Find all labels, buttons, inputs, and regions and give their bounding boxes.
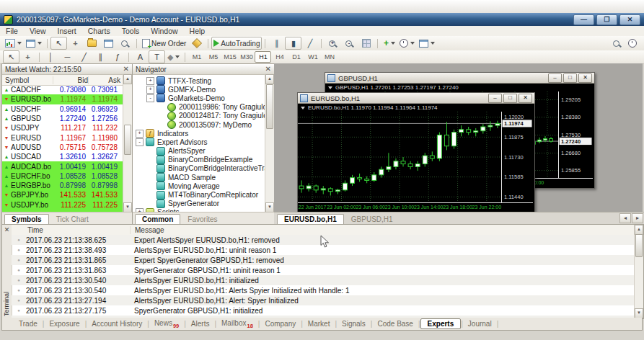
tree-item-binarycombridgeinteractivetrade[interactable]: BinaryComBridgeInteractiveTrade — [133, 164, 265, 173]
tree-item-gomarkets-demo[interactable]: -GoMarkets-Demo — [133, 94, 265, 102]
market-watch-row-usdjpy[interactable]: ▼USDJPY111.217111.232 — [2, 123, 123, 133]
market-watch-row-usdchf[interactable]: ▲USDCHF0.969140.96929 — [2, 104, 123, 114]
tab-scroll-left-icon[interactable]: ◂ — [619, 213, 631, 223]
scroll-thumb[interactable] — [124, 125, 131, 155]
trendline-tool[interactable]: ╱ — [76, 50, 92, 63]
tab-scroll-right-icon[interactable]: ▸ — [632, 213, 643, 223]
tree-item-ttfx-testing[interactable]: +TTFX-Testing — [133, 76, 265, 85]
chart-window-titlebar[interactable]: EURUSD.bo,H1 – □ ✕ — [298, 93, 534, 104]
indicators-menu-button[interactable]: + — [381, 37, 397, 50]
expand-icon[interactable]: + — [146, 77, 154, 85]
terminal-tab-experts[interactable]: Experts — [420, 318, 462, 329]
horizontal-line-tool[interactable]: ─ — [59, 50, 76, 63]
tab-tick-chart[interactable]: Tick Chart — [49, 214, 96, 225]
tab-common[interactable]: Common — [135, 214, 180, 225]
tree-item-2000135097-mydemo[interactable]: 2000135097: MyDemo — [133, 120, 265, 129]
tree-item-binarycombridgeexample[interactable]: BinaryComBridgeExample — [133, 156, 265, 164]
templates-menu-button[interactable] — [417, 37, 437, 50]
timeframe-m15[interactable]: M15 — [221, 51, 238, 63]
minimize-button[interactable]: – — [488, 94, 502, 103]
timeframe-m30[interactable]: M30 — [238, 51, 255, 63]
terminal-tab-signals[interactable]: Signals — [337, 320, 371, 328]
terminal-tab-market[interactable]: Market — [303, 320, 335, 328]
scroll-down-icon[interactable]: ▼ — [123, 202, 132, 212]
tile-windows-button[interactable] — [358, 37, 374, 50]
expand-icon[interactable]: + — [136, 130, 144, 138]
chart-window-titlebar[interactable]: GBPUSD,H1 – □ ✕ — [325, 73, 594, 84]
navigator-scrollbar[interactable]: ▲ ▼ — [265, 74, 274, 212]
scroll-thumb[interactable] — [266, 84, 273, 129]
menu-charts[interactable]: Charts — [88, 27, 110, 35]
periods-menu-button[interactable] — [397, 37, 417, 50]
collapse-icon[interactable]: - — [146, 94, 154, 102]
menu-view[interactable]: View — [30, 27, 46, 35]
maximize-button[interactable]: □ — [563, 73, 577, 83]
text-tool[interactable]: A — [132, 50, 149, 63]
market-watch-scrollbar[interactable]: ▲ ▼ — [123, 74, 132, 212]
market-watch-row-audusd[interactable]: ▼AUDUSD0.757150.75728 — [2, 143, 123, 152]
timeframe-m1[interactable]: M1 — [188, 51, 205, 63]
crosshair-button[interactable]: + — [19, 50, 36, 63]
close-button[interactable]: ✕ — [578, 73, 592, 83]
maximize-button[interactable]: □ — [503, 94, 517, 103]
autotrading-button[interactable]: AutoTrading — [211, 37, 262, 50]
new-window-button[interactable] — [100, 37, 117, 50]
timeframe-m5[interactable]: M5 — [205, 51, 221, 63]
zoom-in-button[interactable]: + — [325, 37, 341, 50]
column-message[interactable]: Message — [131, 226, 164, 234]
menu-file[interactable]: File — [6, 27, 18, 35]
close-icon[interactable]: ✕ — [265, 66, 271, 73]
label-tool[interactable]: T — [149, 50, 165, 63]
terminal-tab-mailbox[interactable]: Mailbox18 — [216, 319, 258, 329]
close-icon[interactable]: ✕ — [2, 226, 12, 233]
expand-icon[interactable]: + — [146, 86, 154, 94]
market-watch-row-cadchf[interactable]: ▲CADCHF0.730800.73091 — [2, 85, 123, 94]
crosshair-tool-button[interactable]: + — [67, 37, 84, 50]
timeframe-h4[interactable]: H4 — [271, 51, 288, 63]
terminal-tab-trade[interactable]: Trade — [14, 320, 43, 328]
tree-item-2000124817-tony-gragiulo-target[interactable]: 2000124817: Tony Gragiulo Target — [133, 112, 265, 120]
close-icon[interactable]: ✕ — [123, 66, 129, 73]
scroll-up-icon[interactable]: ▲ — [635, 225, 643, 235]
new-chart-button[interactable] — [3, 37, 24, 50]
terminal-tab-journal[interactable]: Journal — [463, 320, 497, 328]
terminal-tab-news[interactable]: News99 — [149, 319, 184, 329]
shapes-menu-button[interactable]: ◆ — [165, 50, 182, 63]
tree-item-mt4tobinarycomreplicator[interactable]: MT4ToBinaryComReplicator — [133, 190, 265, 199]
terminal-tab-exposure[interactable]: Exposure — [44, 320, 84, 328]
zoom-out-button[interactable]: - — [341, 37, 358, 50]
minimize-button[interactable]: — — [573, 14, 594, 25]
open-data-folder-button[interactable] — [84, 37, 100, 50]
market-watch-row-usdcad[interactable]: ▲USDCAD1.326101.32627 — [2, 152, 123, 161]
scroll-down-icon[interactable]: ▼ — [635, 308, 643, 318]
market-watch-row-eurusd.bo[interactable]: ▼EURUSD.bo1.119741.11974 — [2, 94, 123, 104]
restore-button[interactable]: ❐ — [596, 14, 617, 25]
column-time[interactable]: Time — [12, 226, 131, 234]
timeframe-d1[interactable]: D1 — [288, 51, 304, 63]
tab-symbols[interactable]: Symbols — [4, 214, 49, 225]
terminal-tab-account-history[interactable]: Account History — [87, 320, 147, 328]
market-watch-row-eurchf.bo[interactable]: ▲EURCHF.bo1.085281.08528 — [2, 171, 123, 181]
market-watch-row-gbpjpy.bo[interactable]: ▼GBPJPY.bo141.533141.533 — [2, 190, 123, 200]
menu-tools[interactable]: Tools — [122, 27, 140, 35]
chart-zoom-preview-button[interactable] — [117, 37, 133, 50]
market-watch-row-eurgbp.bo[interactable]: ▲EURGBP.bo0.879980.87998 — [2, 181, 123, 190]
terminal-tab-company[interactable]: Company — [260, 320, 301, 328]
column-bid[interactable]: Bid — [53, 76, 88, 84]
minimize-button[interactable]: – — [548, 73, 562, 83]
new-order-button[interactable]: New Order — [140, 37, 188, 50]
search-icon[interactable] — [613, 40, 619, 47]
fibonacci-tool[interactable]: ƒ — [109, 50, 125, 63]
menu-window[interactable]: Window — [151, 27, 177, 35]
tree-item-expert-advisors[interactable]: -Expert Advisors — [133, 138, 265, 146]
menu-help[interactable]: Help — [190, 27, 206, 35]
tree-item-spyergenerator[interactable]: SpyerGenerator — [133, 200, 265, 208]
channel-tool[interactable]: ∥ — [92, 50, 109, 63]
market-watch-titlebar[interactable]: Market Watch: 22:15:50 ✕ — [2, 64, 132, 75]
terminal-scrollbar[interactable]: ▲ ▼ — [634, 225, 643, 318]
collapse-icon[interactable]: - — [136, 138, 144, 146]
market-watch-row-gbpusd[interactable]: ▲GBPUSD1.272401.27256 — [2, 114, 123, 123]
tree-item-2000119986-tony-gragiulo[interactable]: 2000119986: Tony Gragiulo — [133, 103, 265, 112]
candle-chart-mode-button[interactable]: ▮ — [285, 37, 301, 50]
column-symbol[interactable]: Symbol — [2, 76, 53, 84]
